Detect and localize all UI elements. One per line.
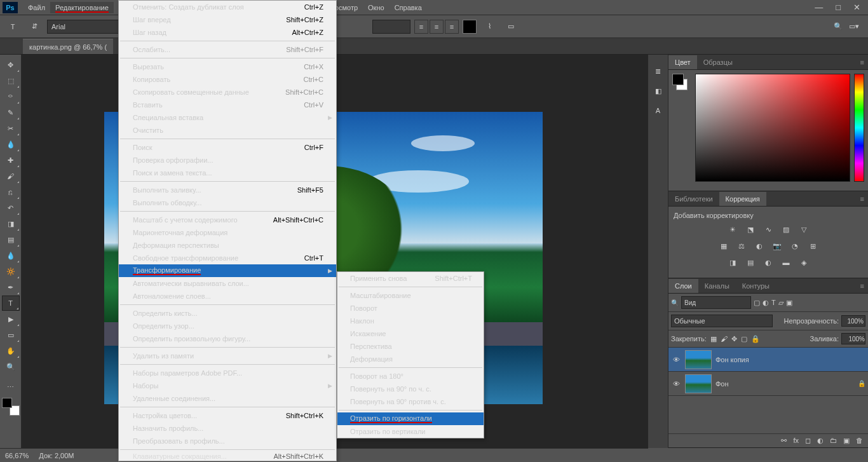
text-color-swatch[interactable] — [463, 20, 477, 34]
submenu-item[interactable]: Искажение — [337, 327, 484, 340]
path-select-tool-icon[interactable]: ▶ — [2, 311, 20, 327]
healing-tool-icon[interactable]: ✚ — [2, 153, 20, 168]
mask-icon[interactable]: ◻ — [805, 437, 811, 445]
menu-item[interactable]: Настройка цветов...Shift+Ctrl+K — [119, 409, 336, 422]
text-tool-icon[interactable]: T — [2, 296, 20, 311]
lock-paint-icon[interactable]: 🖌 — [721, 335, 728, 343]
menu-item[interactable]: Удаленные соединения... — [119, 392, 336, 405]
filter-shape-icon[interactable]: ▱ — [778, 299, 783, 307]
mixer-icon[interactable]: ◔ — [788, 240, 802, 252]
menu-item[interactable]: Шаг назадAlt+Ctrl+Z — [119, 26, 336, 39]
warp-text-icon[interactable]: ⌇ — [480, 18, 498, 36]
menu-item[interactable]: Отменить: Создать дубликат слояCtrl+Z — [119, 1, 336, 13]
layer-name[interactable]: Фон — [715, 380, 729, 388]
menu-item[interactable]: КопироватьCtrl+C — [119, 73, 336, 86]
gradient-map-icon[interactable]: ▬ — [779, 256, 793, 269]
menu-item[interactable]: Наборы параметров Adobe PDF... — [119, 367, 336, 379]
levels-icon[interactable]: ⬔ — [743, 223, 757, 236]
menu-item[interactable]: Автоналожение слоев... — [119, 290, 336, 302]
move-tool-icon[interactable]: ✥ — [2, 57, 20, 72]
threshold-icon[interactable]: ◐ — [761, 256, 775, 269]
lock-all-icon[interactable]: 🔒 — [751, 335, 760, 343]
menu-item[interactable]: ВставитьCtrl+V — [119, 99, 336, 111]
menu-item[interactable]: Определить произвольную фигуру... — [119, 332, 336, 345]
stamp-tool-icon[interactable]: ⎌ — [2, 184, 20, 200]
menu-item[interactable]: Удалить из памяти▶ — [119, 350, 336, 362]
doc-size[interactable]: Док: 2,00M — [39, 452, 74, 459]
menu-item[interactable]: Свободное трансформированиеCtrl+T — [119, 252, 336, 264]
menu-window[interactable]: Окно — [363, 2, 390, 13]
menu-item[interactable]: Наборы▶ — [119, 379, 336, 392]
menu-item[interactable]: ВырезатьCtrl+X — [119, 60, 336, 73]
adjustment-layer-icon[interactable]: ◐ — [817, 437, 824, 445]
layers-tab[interactable]: Слои — [668, 279, 698, 293]
close-icon[interactable]: ✕ — [853, 3, 860, 12]
maximize-icon[interactable]: □ — [836, 3, 841, 12]
font-size-select[interactable] — [372, 20, 410, 34]
submenu-item[interactable]: Повернуть на 90° против ч. с. — [337, 395, 484, 408]
character-panel-icon[interactable]: ▭ — [502, 18, 520, 36]
dodge-tool-icon[interactable]: 🔆 — [2, 264, 20, 279]
brightness-icon[interactable]: ☀ — [726, 223, 740, 236]
properties-panel-icon[interactable]: ◧ — [655, 87, 661, 95]
rectangle-tool-icon[interactable]: ▭ — [2, 327, 20, 343]
layer-thumbnail[interactable] — [685, 374, 712, 393]
hand-tool-icon[interactable]: ✋ — [2, 343, 20, 358]
lock-artboard-icon[interactable]: ▢ — [741, 335, 747, 343]
submenu-item[interactable]: Отразить по горизонтали — [337, 412, 484, 425]
filter-pixel-icon[interactable]: ▢ — [754, 299, 760, 307]
workspace-icon[interactable]: ▭▾ — [849, 22, 859, 31]
zoom-tool-icon[interactable]: 🔍 — [2, 359, 20, 374]
quick-select-tool-icon[interactable]: ✎ — [2, 105, 20, 120]
orientation-icon[interactable]: ⇵ — [25, 18, 43, 36]
search-small-icon[interactable]: 🔍 — [671, 299, 679, 306]
minimize-icon[interactable]: — — [815, 3, 823, 12]
submenu-item[interactable]: Повернуть на 90° по ч. с. — [337, 383, 484, 395]
vibrance-icon[interactable]: ▽ — [797, 223, 811, 236]
menu-item[interactable]: Проверка орфографии... — [119, 154, 336, 166]
blend-mode-select[interactable]: Обычные — [671, 315, 773, 327]
blur-tool-icon[interactable]: 💧 — [2, 248, 20, 263]
submenu-item[interactable]: Перспектива — [337, 340, 484, 353]
layer-row[interactable]: 👁 Фон копия — [668, 348, 868, 372]
layer-thumbnail[interactable] — [685, 350, 712, 369]
document-tab[interactable]: картинка.png @ 66,7% ( — [23, 39, 113, 54]
menu-item[interactable]: Скопировать совмещенные данныеShift+Ctrl… — [119, 86, 336, 99]
menu-file[interactable]: Файл — [23, 2, 50, 13]
menu-item[interactable]: Деформация перспективы — [119, 239, 336, 252]
submenu-item[interactable]: Наклон — [337, 315, 484, 327]
brush-tool-icon[interactable]: 🖌 — [2, 168, 20, 184]
filter-adj-icon[interactable]: ◐ — [763, 299, 769, 307]
character-panel-icon[interactable]: A — [656, 107, 660, 114]
menu-item[interactable]: Преобразовать в профиль... — [119, 435, 336, 447]
opacity-input[interactable] — [841, 315, 865, 327]
eyedropper-tool-icon[interactable]: 💧 — [2, 137, 20, 152]
bw-icon[interactable]: ◐ — [752, 240, 766, 252]
submenu-item[interactable]: Отразить по вертикали — [337, 425, 484, 438]
marquee-tool-icon[interactable]: ⬚ — [2, 73, 20, 88]
pen-tool-icon[interactable]: ✒ — [2, 280, 20, 295]
photo-filter-icon[interactable]: 📷 — [770, 240, 784, 252]
hue-icon[interactable]: ▦ — [717, 240, 731, 252]
submenu-item[interactable]: Поворот — [337, 302, 484, 315]
submenu-item[interactable]: Деформация — [337, 353, 484, 365]
fg-bg-panel[interactable] — [672, 74, 691, 187]
layer-row[interactable]: 👁 Фон 🔒 — [668, 372, 868, 396]
text-tool-preset-icon[interactable]: T — [4, 18, 22, 36]
history-panel-icon[interactable]: ≣ — [655, 67, 661, 76]
menu-item[interactable]: Определить кисть... — [119, 307, 336, 320]
menu-item[interactable]: Выполнить обводку... — [119, 196, 336, 209]
exposure-icon[interactable]: ▨ — [779, 223, 793, 236]
menu-item[interactable]: ПоискCtrl+F — [119, 141, 336, 154]
history-brush-tool-icon[interactable]: ↶ — [2, 200, 20, 215]
adjustments-tab[interactable]: Коррекция — [719, 192, 766, 206]
group-icon[interactable]: 🗀 — [830, 437, 837, 445]
menu-item[interactable]: Трансформирование▶ — [119, 264, 336, 277]
menu-item[interactable]: Марионеточная деформация — [119, 226, 336, 239]
fx-icon[interactable]: fx — [793, 437, 799, 445]
menu-item[interactable]: Шаг впередShift+Ctrl+Z — [119, 13, 336, 26]
menu-edit[interactable]: Редактирование — [50, 2, 114, 13]
eraser-tool-icon[interactable]: ◨ — [2, 216, 20, 231]
selective-icon[interactable]: ◈ — [797, 256, 811, 269]
new-layer-icon[interactable]: ▣ — [843, 437, 850, 445]
